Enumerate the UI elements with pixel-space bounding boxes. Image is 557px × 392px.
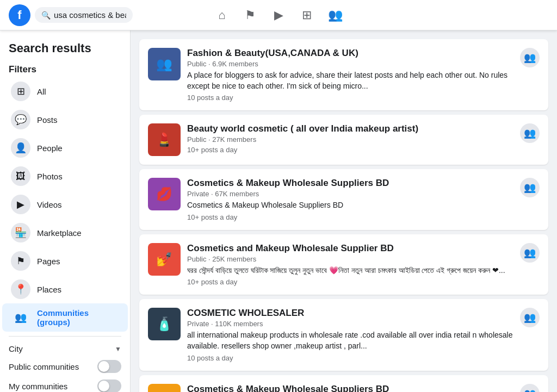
group-posts-count: 10+ posts a day: [187, 146, 513, 154]
join-icon: 👥: [524, 182, 536, 194]
group-join-button[interactable]: 👥: [520, 178, 540, 197]
group-join-button[interactable]: 👥: [520, 123, 540, 143]
nav-left: f 🔍: [9, 4, 139, 26]
group-posts-count: 10+ posts a day: [187, 278, 513, 286]
search-input[interactable]: [54, 10, 126, 20]
photos-icon: 🖼: [11, 166, 30, 186]
group-info: Cosmetics and Makeup Wholesale Supplier …: [187, 243, 513, 287]
group-card[interactable]: 💅 Cosmetics and Makeup Wholesale Supplie…: [139, 234, 548, 295]
group-card[interactable]: 🌸 Cosmetics & Makeup Wholesale Suppliers…: [139, 375, 548, 392]
group-description: A place for bloggers to ask for advice, …: [187, 70, 513, 91]
sidebar-item-marketplace[interactable]: 🏪 Marketplace: [2, 219, 128, 247]
pages-nav-button[interactable]: ⚑: [237, 2, 263, 28]
group-avatar: 💅: [148, 243, 181, 276]
sidebar-item-pages-label: Pages: [37, 257, 60, 266]
group-description: Cosmetics & Makeup Wholesale Suppliers B…: [187, 200, 513, 211]
group-meta: Public · 6.9K members: [187, 60, 513, 68]
group-info: Cosmetics & Makeup Wholesale Suppliers B…: [187, 178, 513, 221]
join-icon: 👥: [524, 127, 536, 139]
sidebar-item-marketplace-label: Marketplace: [37, 228, 82, 238]
sidebar-item-places-label: Places: [37, 285, 61, 294]
content-area: 👥 Fashion & Beauty(USA,CANADA & UK) Publ…: [131, 30, 557, 392]
watch-nav-button[interactable]: ▶: [265, 2, 292, 28]
group-card[interactable]: 🧴 COSMETIC WHOLESALER Private · 110K mem…: [139, 299, 548, 370]
sidebar-item-photos-label: Photos: [37, 172, 63, 181]
sidebar-item-videos[interactable]: ▶ Videos: [2, 190, 128, 219]
sidebar-item-people[interactable]: 👤 People: [2, 134, 128, 162]
group-join-button[interactable]: 👥: [520, 384, 540, 392]
page-title: Search results: [0, 35, 130, 60]
group-card[interactable]: 💋 Cosmetics & Makeup Wholesale Suppliers…: [139, 169, 548, 230]
group-info: Beauty world cosmetic ( all over India m…: [187, 123, 513, 154]
group-avatar: 💋: [148, 178, 181, 210]
group-posts-count: 10 posts a day: [187, 94, 513, 102]
city-filter-label: City: [9, 344, 23, 353]
sidebar-item-videos-label: Videos: [37, 200, 62, 209]
join-icon: 👥: [524, 388, 536, 392]
chevron-down-icon: ▼: [115, 345, 121, 353]
filters-label: Filters: [0, 60, 130, 77]
places-icon: 📍: [11, 279, 30, 299]
marketplace-nav-button[interactable]: ⊞: [294, 2, 320, 28]
public-communities-toggle[interactable]: [97, 360, 121, 373]
group-meta: Private · 110K members: [187, 320, 513, 328]
group-avatar: 🧴: [148, 308, 181, 340]
group-name: Cosmetics & Makeup Wholesale Suppliers B…: [187, 384, 513, 392]
group-name: Fashion & Beauty(USA,CANADA & UK): [187, 48, 513, 59]
group-name: Beauty world cosmetic ( all over India m…: [187, 123, 513, 134]
top-navigation: f 🔍 ⌂ ⚑ ▶ ⊞ 👥: [0, 0, 557, 30]
sidebar-item-pages[interactable]: ⚑ Pages: [2, 247, 128, 275]
main-layout: Search results Filters ⊞ All 💬 Posts 👤 P…: [0, 30, 557, 392]
my-communities-label: My communities: [9, 382, 67, 391]
people-icon: 👤: [11, 138, 30, 158]
group-join-button[interactable]: 👥: [520, 48, 540, 67]
nav-center: ⌂ ⚑ ▶ ⊞ 👥: [144, 2, 413, 28]
sidebar-item-all[interactable]: ⊞ All: [2, 77, 128, 105]
sidebar-item-places[interactable]: 📍 Places: [2, 275, 128, 303]
group-info: COSMETIC WHOLESALER Private · 110K membe…: [187, 308, 513, 362]
sidebar-item-all-label: All: [37, 87, 46, 96]
sidebar-item-people-label: People: [37, 144, 63, 153]
home-nav-button[interactable]: ⌂: [209, 2, 235, 28]
sidebar-item-communities-label: Communities (groups): [37, 308, 119, 327]
group-posts-count: 10 posts a day: [187, 354, 513, 362]
sidebar: Search results Filters ⊞ All 💬 Posts 👤 P…: [0, 30, 131, 392]
group-meta: Public · 25K members: [187, 255, 513, 263]
communities-icon: 👥: [11, 308, 30, 327]
group-join-button[interactable]: 👥: [520, 243, 540, 263]
sidebar-item-posts-label: Posts: [37, 115, 58, 125]
group-name: COSMETIC WHOLESALER: [187, 308, 513, 319]
public-communities-label: Public communities: [9, 362, 79, 371]
group-description: all international makeup products in who…: [187, 330, 513, 351]
pages-icon: ⚑: [11, 251, 30, 271]
group-info: Fashion & Beauty(USA,CANADA & UK) Public…: [187, 48, 513, 102]
toggle-thumb-2: [98, 381, 109, 391]
join-icon: 👥: [524, 247, 536, 259]
group-meta: Public · 27K members: [187, 135, 513, 144]
posts-icon: 💬: [11, 110, 30, 129]
group-avatar: 👥: [148, 48, 181, 80]
group-card[interactable]: 👥 Fashion & Beauty(USA,CANADA & UK) Publ…: [139, 39, 548, 110]
marketplace-icon: 🏪: [11, 223, 30, 242]
group-avatar: 🌸: [148, 384, 181, 392]
search-box[interactable]: 🔍: [35, 7, 133, 23]
group-name: Cosmetics & Makeup Wholesale Suppliers B…: [187, 178, 513, 189]
search-icon: 🔍: [41, 11, 51, 20]
group-name: Cosmetics and Makeup Wholesale Supplier …: [187, 243, 513, 254]
videos-icon: ▶: [11, 195, 30, 214]
filter-divider: [9, 336, 121, 337]
join-icon: 👥: [524, 312, 536, 323]
group-card[interactable]: 💄 Beauty world cosmetic ( all over India…: [139, 115, 548, 165]
group-posts-count: 10+ posts a day: [187, 213, 513, 221]
group-join-button[interactable]: 👥: [520, 308, 540, 327]
group-avatar: 💄: [148, 123, 181, 156]
facebook-logo[interactable]: f: [9, 4, 30, 26]
sidebar-item-photos[interactable]: 🖼 Photos: [2, 162, 128, 190]
sidebar-item-communities[interactable]: 👥 Communities (groups): [2, 303, 128, 332]
group-info: Cosmetics & Makeup Wholesale Suppliers B…: [187, 384, 513, 392]
sidebar-item-posts[interactable]: 💬 Posts: [2, 105, 128, 134]
friends-nav-button[interactable]: 👥: [322, 2, 348, 28]
my-communities-toggle[interactable]: [97, 379, 121, 392]
public-communities-toggle-row: Public communities: [0, 357, 130, 376]
city-filter[interactable]: City ▼: [0, 341, 130, 357]
